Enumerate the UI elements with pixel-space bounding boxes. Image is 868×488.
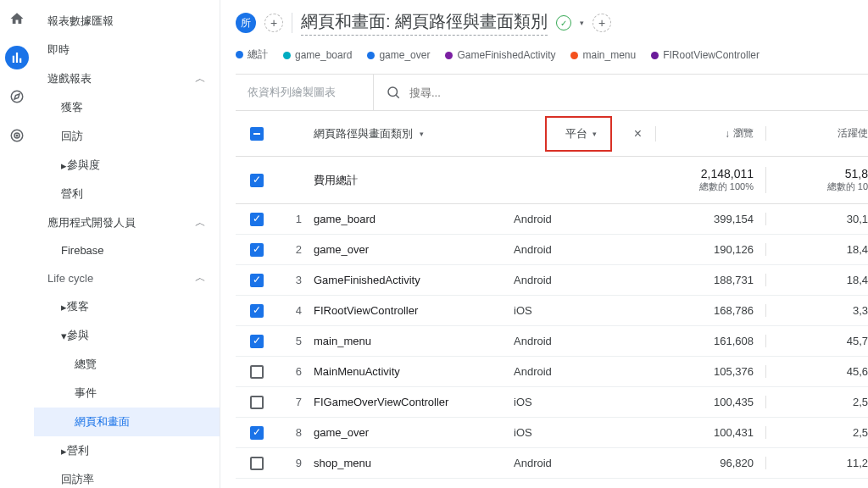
nav-lc-events[interactable]: 事件 [34, 379, 220, 408]
totals-users-sub: 總數的 10 [766, 180, 868, 193]
table-row[interactable]: 2game_overAndroid190,12618,4 [236, 235, 868, 265]
nav-lc-acquisition[interactable]: ▸獲客 [34, 292, 220, 321]
row-checkbox[interactable] [250, 243, 264, 257]
status-ok-icon[interactable]: ✓ [556, 15, 571, 30]
nav-retention[interactable]: 回訪 [34, 122, 220, 151]
remove-column-button[interactable]: × [620, 126, 656, 141]
nav-firebase[interactable]: Firebase [34, 237, 220, 263]
row-users: 45,7 [766, 335, 868, 347]
nav-app-developer[interactable]: 應用程式開發人員 ︿ [34, 208, 220, 237]
row-views: 96,820 [656, 457, 766, 469]
legend-dot-icon [236, 51, 243, 58]
table-row[interactable]: 5main_menuAndroid161,60845,7 [236, 326, 868, 357]
table-row[interactable]: 7FIGameOverViewControlleriOS100,4352,5 [236, 387, 868, 418]
sidebar: 報表數據匯報 即時 遊戲報表 ︿ 獲客 回訪 ▸參與度 營利 應用程式開發人員 … [34, 0, 220, 488]
nav-engagement[interactable]: ▸參與度 [34, 151, 220, 180]
legend-item[interactable]: GameFinishedActivity [445, 49, 555, 61]
row-platform: iOS [510, 426, 620, 439]
row-views: 161,608 [656, 335, 766, 347]
row-platform: Android [510, 457, 620, 469]
row-index: 3 [278, 274, 302, 286]
nav-lc-retention[interactable]: 回訪率 [34, 465, 220, 488]
row-views: 100,431 [656, 426, 766, 439]
totals-checkbox[interactable] [250, 174, 264, 187]
reports-icon[interactable] [5, 46, 29, 69]
table-row[interactable]: 6MainMenuActivityAndroid105,37645,6 [236, 357, 868, 387]
row-index: 5 [278, 335, 302, 347]
legend-dot-icon [570, 52, 578, 59]
legend-dot-icon [283, 52, 291, 59]
legend-item[interactable]: game_over [367, 49, 430, 61]
dropdown-caret-icon[interactable]: ▾ [580, 19, 584, 27]
column-dimension-label[interactable]: 網頁路徑與畫面類別 [314, 126, 413, 141]
scope-badge[interactable]: 所 [236, 13, 256, 33]
add-comparison-button[interactable]: + [264, 14, 283, 32]
nav-lc-monetization[interactable]: ▸營利 [34, 436, 220, 465]
legend-item[interactable]: FIRootViewController [651, 49, 760, 61]
search-icon [386, 85, 401, 100]
row-checkbox[interactable] [250, 396, 264, 409]
nav-acquisition[interactable]: 獲客 [34, 93, 220, 122]
row-platform: iOS [510, 304, 620, 317]
nav-lc-pages-screens[interactable]: 網頁和畫面 [34, 408, 220, 436]
explore-icon[interactable] [5, 85, 29, 108]
row-checkbox[interactable] [250, 213, 264, 226]
row-users: 2,5 [766, 396, 868, 408]
nav-engagement-label: 參與度 [67, 158, 100, 173]
row-views: 168,786 [656, 304, 766, 317]
row-checkbox[interactable] [250, 335, 264, 348]
row-platform: iOS [510, 396, 620, 408]
row-checkbox[interactable] [250, 274, 264, 287]
row-checkbox[interactable] [250, 365, 264, 379]
column-views[interactable]: ↓ 瀏覽 [656, 126, 766, 141]
row-views: 188,731 [656, 274, 766, 286]
plot-rows-hint[interactable]: 依資料列繪製圖表 [236, 75, 374, 110]
row-users: 18,4 [766, 274, 868, 286]
nav-realtime[interactable]: 即時 [34, 36, 220, 64]
legend-item[interactable]: main_menu [570, 49, 636, 61]
nav-lifecycle[interactable]: Life cycle ︿ [34, 263, 220, 292]
row-name: game_board [314, 213, 376, 225]
totals-views: 2,148,011 [656, 167, 754, 180]
icon-rail [0, 0, 34, 488]
separator [292, 13, 292, 33]
chevron-up-icon: ︿ [195, 71, 206, 86]
table-row[interactable]: 1game_boardAndroid399,15430,1 [236, 204, 868, 235]
row-checkbox[interactable] [250, 457, 264, 470]
table-row[interactable]: 9shop_menuAndroid96,82011,2 [236, 448, 868, 479]
select-all-checkbox[interactable] [250, 127, 264, 141]
row-index: 6 [278, 365, 302, 378]
nav-lc-overview[interactable]: 總覽 [34, 350, 220, 379]
row-name: MainMenuActivity [314, 365, 400, 378]
page-title[interactable]: 網頁和畫面: 網頁路徑與畫面類別 [301, 10, 548, 36]
column-platform-highlighted[interactable]: 平台 ▾ [545, 116, 612, 152]
dropdown-caret-icon[interactable]: ▾ [420, 130, 424, 138]
row-checkbox[interactable] [250, 426, 264, 440]
nav-report-snapshot[interactable]: 報表數據匯報 [34, 7, 220, 36]
row-users: 11,2 [766, 457, 868, 469]
triangle-icon: ▸ [61, 301, 67, 313]
legend-dot-icon [651, 52, 659, 59]
search-input[interactable] [409, 86, 856, 99]
legend-item[interactable]: 總計 [236, 47, 268, 62]
add-filter-button[interactable]: + [593, 14, 611, 32]
nav-monetization[interactable]: 營利 [34, 180, 220, 208]
row-checkbox[interactable] [250, 304, 264, 318]
nav-game-reports[interactable]: 遊戲報表 ︿ [34, 64, 220, 93]
row-name: FIGameOverViewController [314, 396, 448, 408]
column-active-users[interactable]: 活躍使 [766, 126, 868, 141]
nav-lc-engagement[interactable]: ▾參與 [34, 321, 220, 350]
chevron-up-icon: ︿ [195, 215, 206, 230]
home-icon[interactable] [5, 7, 29, 30]
row-platform: Android [510, 213, 620, 225]
triangle-icon: ▸ [61, 445, 67, 458]
chart-legend: 總計game_boardgame_overGameFinishedActivit… [236, 47, 868, 62]
totals-views-sub: 總數的 100% [656, 180, 754, 193]
table-row[interactable]: 4FIRootViewControlleriOS168,7863,3 [236, 296, 868, 326]
nav-game-reports-label: 遊戲報表 [47, 71, 92, 86]
table-row[interactable]: 3GameFinishedActivityAndroid188,73118,4 [236, 265, 868, 296]
table-row[interactable]: 8game_overiOS100,4312,5 [236, 418, 868, 448]
triangle-down-icon: ▾ [61, 330, 67, 342]
legend-item[interactable]: game_board [283, 49, 352, 61]
advertising-icon[interactable] [5, 124, 29, 147]
